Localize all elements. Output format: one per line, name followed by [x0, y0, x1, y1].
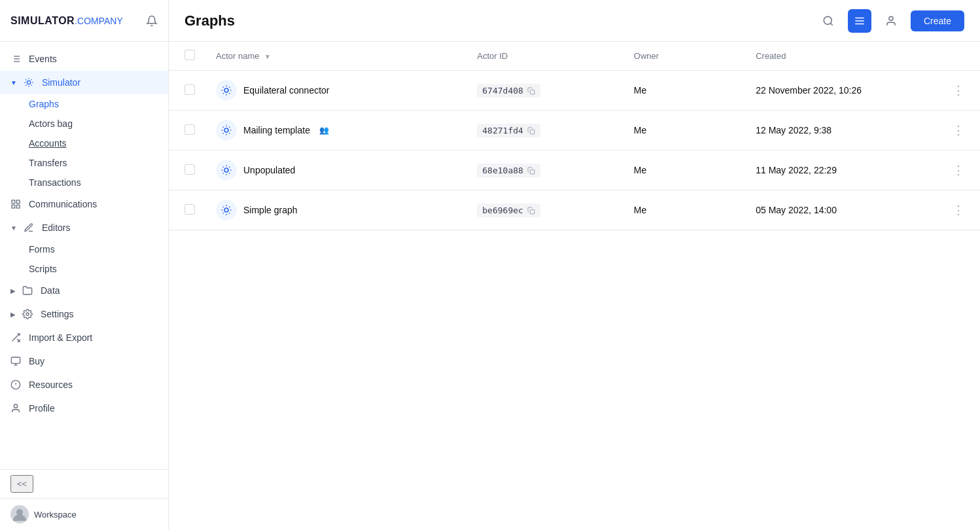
- copy-icon[interactable]: [527, 86, 535, 95]
- sidebar-item-buy[interactable]: Buy: [0, 349, 168, 373]
- row-actions-cell: ⋮: [937, 71, 980, 111]
- row-checkbox-cell: [169, 150, 205, 190]
- chevron-down-icon: ▼: [10, 79, 17, 86]
- sidebar-collapse-area: <<: [0, 469, 168, 498]
- row-checkbox[interactable]: [184, 84, 195, 95]
- svg-line-23: [830, 23, 832, 25]
- sidebar-item-settings[interactable]: ▶ Settings: [0, 302, 168, 326]
- row-actions-cell: ⋮: [937, 190, 980, 230]
- col-header-created: Created: [745, 42, 937, 71]
- svg-point-32: [224, 168, 228, 172]
- logo-simulator: SIMULATOR: [10, 15, 75, 26]
- sidebar: SIMULATOR.COMPANY Events ▼ Simulator: [0, 0, 169, 530]
- svg-rect-33: [530, 169, 534, 174]
- copy-icon[interactable]: [527, 166, 535, 175]
- sidebar-sub-item-scripts[interactable]: Scripts: [0, 259, 168, 279]
- row-actions-cell: ⋮: [937, 111, 980, 150]
- created-value: 22 November 2022, 10:26: [756, 85, 862, 96]
- sidebar-sub-item-transactions[interactable]: Transactions: [0, 173, 168, 192]
- data-icon: [22, 285, 34, 296]
- user-icon: [885, 15, 897, 27]
- actor-name: Unpopulated: [243, 165, 295, 175]
- main-header: Graphs Create: [169, 0, 980, 42]
- row-actor-id-cell: 68e10a88: [466, 150, 623, 190]
- sub-label: Graphs: [29, 99, 59, 109]
- svg-rect-8: [16, 200, 20, 203]
- notification-bell-icon[interactable]: [146, 14, 158, 26]
- table-body: Equilateral connector 6747d408 Me 22 Nov…: [169, 71, 980, 230]
- sidebar-item-communications[interactable]: Communications: [0, 192, 168, 216]
- table-header: Actor name ▼ Actor ID Owner Created: [169, 42, 980, 71]
- menu-button[interactable]: [848, 9, 871, 33]
- row-actor-id-cell: 48271fd4: [466, 111, 623, 150]
- row-menu-button[interactable]: ⋮: [947, 161, 970, 179]
- chevron-right-icon: ▶: [10, 311, 16, 318]
- row-actor-name-cell: Unpopulated: [205, 150, 466, 190]
- sidebar-sub-item-actors-bag[interactable]: Actors bag: [0, 114, 168, 133]
- svg-point-27: [889, 16, 893, 20]
- sidebar-item-simulator[interactable]: ▼ Simulator: [0, 71, 168, 94]
- sidebar-item-label: Editors: [42, 222, 71, 233]
- menu-icon: [854, 15, 866, 27]
- copy-icon[interactable]: [527, 126, 535, 135]
- owner-value: Me: [634, 205, 646, 215]
- row-created-cell: 05 May 2022, 14:00: [745, 190, 937, 230]
- row-checkbox[interactable]: [184, 124, 195, 135]
- created-value: 05 May 2022, 14:00: [756, 205, 837, 215]
- select-all-header: [169, 42, 205, 71]
- row-menu-button[interactable]: ⋮: [947, 201, 970, 219]
- table-row: Equilateral connector 6747d408 Me 22 Nov…: [169, 71, 980, 111]
- buy-icon: [10, 355, 22, 367]
- actor-name: Simple graph: [243, 205, 298, 215]
- row-owner-cell: Me: [623, 71, 745, 111]
- actor-id-badge: 48271fd4: [477, 124, 540, 137]
- svg-point-20: [14, 404, 17, 408]
- import-icon: [10, 332, 22, 344]
- actor-icon: [216, 120, 237, 141]
- row-checkbox[interactable]: [184, 164, 195, 175]
- actor-name: Mailing template: [243, 125, 310, 135]
- sidebar-item-profile[interactable]: Profile: [0, 397, 168, 420]
- owner-value: Me: [634, 125, 646, 135]
- sidebar-sub-item-graphs[interactable]: Graphs: [0, 94, 168, 114]
- logo: SIMULATOR.COMPANY: [10, 15, 123, 27]
- sidebar-item-events[interactable]: Events: [0, 47, 168, 71]
- row-owner-cell: Me: [623, 190, 745, 230]
- svg-rect-35: [530, 209, 534, 214]
- row-menu-button[interactable]: ⋮: [947, 81, 970, 99]
- svg-rect-29: [530, 90, 534, 94]
- workspace-footer: Workspace: [0, 498, 168, 530]
- create-button[interactable]: Create: [911, 10, 964, 31]
- actor-name: Equilateral connector: [243, 85, 330, 96]
- sidebar-item-resources[interactable]: Resources: [0, 373, 168, 397]
- sidebar-item-data[interactable]: ▶ Data: [0, 279, 168, 302]
- sidebar-item-editors[interactable]: ▼ Editors: [0, 216, 168, 239]
- actor-id-value: be6969ec: [482, 205, 523, 215]
- col-header-actions: [937, 42, 980, 71]
- sidebar-item-label: Settings: [41, 309, 74, 319]
- collapse-button[interactable]: <<: [10, 475, 33, 493]
- svg-point-30: [224, 128, 228, 132]
- table-row: Mailing template 👥 48271fd4 Me 12 May 20…: [169, 111, 980, 150]
- sidebar-sub-item-accounts[interactable]: Accounts: [0, 133, 168, 153]
- sidebar-item-label: Profile: [29, 403, 55, 414]
- sub-label: Transactions: [29, 177, 81, 188]
- copy-icon[interactable]: [527, 205, 535, 215]
- settings-icon: [22, 308, 34, 320]
- svg-rect-14: [11, 357, 20, 363]
- svg-point-34: [224, 208, 228, 212]
- row-menu-button[interactable]: ⋮: [947, 121, 970, 139]
- sidebar-sub-item-forms[interactable]: Forms: [0, 239, 168, 259]
- select-all-checkbox[interactable]: [184, 50, 195, 60]
- row-checkbox[interactable]: [184, 204, 195, 215]
- user-button[interactable]: [879, 9, 903, 33]
- svg-point-22: [824, 16, 831, 24]
- search-button[interactable]: [816, 9, 840, 33]
- sidebar-sub-item-transfers[interactable]: Transfers: [0, 153, 168, 173]
- sidebar-item-import-export[interactable]: Import & Export: [0, 326, 168, 349]
- actor-id-badge: be6969ec: [477, 203, 540, 217]
- actor-id-badge: 6747d408: [477, 84, 540, 97]
- owner-value: Me: [634, 165, 646, 175]
- col-header-actor-name: Actor name ▼: [205, 42, 466, 71]
- simulator-icon: [24, 77, 35, 88]
